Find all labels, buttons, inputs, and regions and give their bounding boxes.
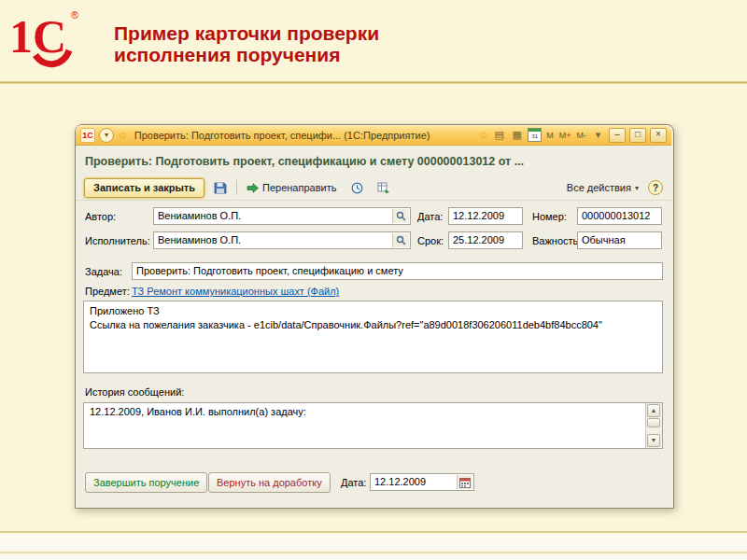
divider-bottom bbox=[0, 552, 747, 553]
task-field[interactable]: Проверить: Подготовить проект, специфика… bbox=[132, 262, 663, 280]
history-label: История сообщений: bbox=[85, 386, 184, 398]
description-textarea[interactable]: Приложено ТЗ Ссылка на пожелания заказчи… bbox=[83, 301, 663, 373]
redirect-button[interactable]: Перенаправить bbox=[242, 178, 341, 197]
divider-top bbox=[0, 81, 747, 84]
task-value: Проверить: Подготовить проект, специфика… bbox=[136, 265, 403, 276]
toolbar-separator bbox=[236, 180, 237, 195]
document-icon[interactable]: ▤ bbox=[492, 130, 506, 140]
memory-mminus-button[interactable]: M- bbox=[576, 131, 588, 140]
slide-title: Пример карточки проверки исполнения пору… bbox=[114, 22, 379, 65]
task-label: Задача: bbox=[85, 266, 122, 277]
open-list-button[interactable] bbox=[373, 178, 395, 197]
importance-field[interactable]: Обычная bbox=[577, 231, 662, 249]
executor-label: Исполнитель: bbox=[85, 235, 150, 246]
author-field[interactable]: Вениаминов О.П. bbox=[153, 207, 411, 225]
executor-value: Вениаминов О.П. bbox=[158, 234, 241, 245]
scroll-down-icon[interactable]: ▼ bbox=[647, 434, 660, 447]
number-field[interactable]: 000000013012 bbox=[577, 207, 662, 225]
save-and-close-button[interactable]: Записать и закрыть bbox=[84, 178, 204, 198]
magnifier-icon bbox=[396, 211, 406, 221]
close-button[interactable]: × bbox=[650, 128, 667, 143]
subject-label: Предмет: bbox=[85, 286, 130, 297]
return-for-rework-button[interactable]: Вернуть на доработку bbox=[208, 472, 331, 493]
description-line2: Ссылка на пожелания заказчика - e1cib/da… bbox=[90, 318, 656, 332]
app-icon: 1С bbox=[80, 128, 95, 143]
bottom-date-field[interactable]: 12.12.2009 bbox=[370, 473, 474, 491]
bottom-date-label: Дата: bbox=[341, 477, 366, 488]
slide-title-line1: Пример карточки проверки bbox=[114, 22, 379, 44]
due-value: 25.12.2009 bbox=[453, 234, 504, 245]
window-titlebar[interactable]: 1С ▾ ☆ Проверить: Подготовить проект, сп… bbox=[76, 125, 671, 146]
form-title: Проверить: Подготовить проект, специфика… bbox=[85, 155, 524, 168]
calendar-icon bbox=[459, 477, 471, 488]
due-label: Срок: bbox=[417, 235, 444, 246]
footer-band bbox=[0, 531, 747, 560]
number-value: 000000013012 bbox=[582, 210, 650, 221]
help-button[interactable]: ? bbox=[648, 180, 663, 195]
diskette-icon bbox=[214, 181, 227, 194]
history-clock-button[interactable] bbox=[345, 178, 368, 197]
importance-label: Важность: bbox=[532, 235, 581, 246]
date-field[interactable]: 12.12.2009 bbox=[448, 207, 523, 225]
save-icon-button[interactable] bbox=[209, 178, 232, 197]
executor-lookup-button[interactable] bbox=[392, 233, 409, 247]
scrollbar-thumb[interactable] bbox=[647, 418, 660, 427]
favorites-star-icon[interactable]: ☆ bbox=[118, 130, 128, 141]
calendar-picker-button[interactable] bbox=[457, 475, 472, 489]
main-menu-button[interactable]: ▾ bbox=[99, 128, 114, 143]
calendar-icon[interactable]: 31 bbox=[528, 128, 542, 142]
maximize-button[interactable]: □ bbox=[629, 128, 646, 143]
author-lookup-button[interactable] bbox=[392, 209, 409, 223]
memory-mplus-button[interactable]: M+ bbox=[558, 131, 572, 140]
all-actions-label: Все действия bbox=[567, 182, 631, 193]
clock-icon bbox=[351, 182, 363, 194]
date-value: 12.12.2009 bbox=[453, 210, 504, 221]
history-scrollbar[interactable]: ▲ ▼ bbox=[645, 403, 662, 448]
finish-assignment-button[interactable]: Завершить поручение bbox=[85, 472, 207, 493]
slide-title-line2: исполнения поручения bbox=[114, 44, 379, 65]
minimize-button[interactable]: – bbox=[609, 128, 626, 143]
chevron-down-icon: ▾ bbox=[635, 184, 639, 192]
slide-background: 1С ® Пример карточки проверки исполнения… bbox=[0, 0, 747, 560]
date-label: Дата: bbox=[417, 211, 443, 222]
titlebar-more-icon[interactable]: ▾ bbox=[591, 130, 605, 140]
importance-value: Обычная bbox=[582, 234, 626, 245]
number-label: Номер: bbox=[532, 211, 567, 222]
scroll-up-icon[interactable]: ▲ bbox=[647, 404, 660, 417]
window-body: Проверить: Подготовить проект, специфика… bbox=[76, 146, 671, 507]
author-label: Автор: bbox=[85, 211, 116, 222]
subject-file-link[interactable]: ТЗ Ремонт коммуникационных шахт (Файл) bbox=[132, 286, 339, 297]
add-favorite-icon[interactable]: ☆ bbox=[478, 130, 488, 141]
redirect-label: Перенаправить bbox=[262, 182, 336, 193]
description-line1: Приложено ТЗ bbox=[90, 304, 656, 318]
form-toolbar: Записать и закрыть Перенаправить Все bbox=[76, 175, 671, 201]
green-arrow-icon bbox=[247, 183, 259, 193]
1c-logo: 1С ® bbox=[7, 4, 84, 78]
window-title: Проверить: Подготовить проект, специфи..… bbox=[134, 130, 475, 141]
bottom-date-value: 12.12.2009 bbox=[374, 476, 426, 487]
1c-task-window: 1С ▾ ☆ Проверить: Подготовить проект, сп… bbox=[75, 124, 674, 509]
memory-m-button[interactable]: M bbox=[545, 131, 555, 140]
all-actions-button[interactable]: Все действия ▾ bbox=[562, 178, 643, 197]
due-field[interactable]: 25.12.2009 bbox=[448, 231, 523, 249]
history-textarea[interactable]: 12.12.2009, Иванов И.И. выполнил(а) зада… bbox=[83, 402, 663, 449]
history-text: 12.12.2009, Иванов И.И. выполнил(а) зада… bbox=[90, 406, 306, 417]
logo-registered-mark: ® bbox=[71, 9, 78, 21]
author-value: Вениаминов О.П. bbox=[158, 210, 241, 221]
calculator-icon[interactable]: ▦ bbox=[510, 130, 524, 140]
magnifier-icon bbox=[396, 235, 406, 245]
executor-field[interactable]: Вениаминов О.П. bbox=[153, 231, 411, 249]
chevron-down-icon: ▾ bbox=[105, 131, 108, 139]
table-arrow-icon bbox=[377, 182, 390, 194]
